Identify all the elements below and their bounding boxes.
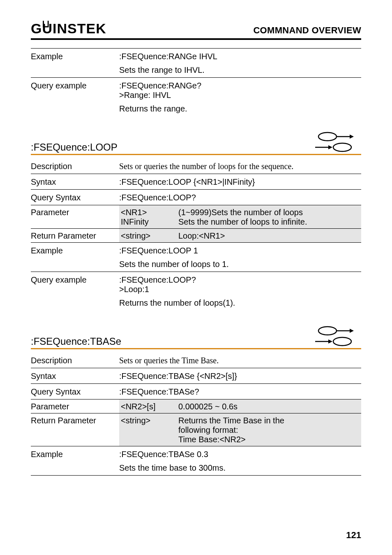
tbase-ret-val3: Time Base:<NR2>	[178, 435, 246, 444]
set-query-icon	[312, 132, 357, 152]
row-tbase-example: Example :FSEQuence:TBASe 0.3 Sets the ti…	[31, 446, 361, 475]
value-loop-desc: Sets or queries the number of loops for …	[119, 162, 361, 171]
label-tbase-qsyntax: Query Syntax	[31, 387, 119, 397]
svg-marker-8	[350, 329, 354, 333]
row-loop-desc: Description Sets or queries the number o…	[31, 158, 361, 174]
row-loop-qexample: Query example :FSEQuence:LOOP? >Loop:1 R…	[31, 272, 361, 310]
svg-point-11	[333, 337, 351, 346]
value-tbase-qsyntax: :FSEQuence:TBASe?	[119, 387, 361, 397]
value-tbase-desc: Sets or queries the Time Base.	[119, 356, 361, 365]
value-loop-return: <string> Loop:<NR1>	[119, 229, 361, 242]
label-loop-desc: Description	[31, 162, 119, 171]
example-desc: Sets the range to IHVL.	[119, 65, 361, 75]
page-number: 121	[346, 530, 361, 541]
label-loop-qsyntax: Query Syntax	[31, 193, 119, 202]
label-tbase-return: Return Parameter	[31, 413, 119, 446]
value-loop-syntax: :FSEQuence:LOOP {<NR1>|INFinity}	[119, 177, 361, 187]
loop-param-inf-key: INFinity	[121, 217, 166, 227]
row-loop-qsyntax: Query Syntax :FSEQuence:LOOP?	[31, 189, 361, 205]
loop-qe-desc: Returns the number of loops(1).	[119, 298, 361, 308]
svg-marker-4	[328, 145, 332, 149]
label-tbase-ex: Example	[31, 450, 119, 473]
section-loop-heading: :FSEQuence:LOOP	[31, 132, 361, 155]
row-tbase-syntax: Syntax :FSEQuence:TBASe {<NR2>[s]}	[31, 368, 361, 383]
example-command: :FSEQuence:RANGe IHVL	[119, 52, 361, 61]
section-tbase-heading: :FSEQuence:TBASe	[31, 326, 361, 349]
set-query-icon	[312, 326, 357, 346]
label-tbase-desc: Description	[31, 356, 119, 365]
label-example: Example	[31, 52, 119, 75]
tbase-param-val: 0.000025 ~ 0.6s	[178, 402, 238, 411]
loop-param-inf-val: Sets the number of loops to infinite.	[178, 217, 307, 227]
section-loop-title: :FSEQuence:LOOP	[31, 142, 118, 153]
value-tbase-param: <NR2>[s] 0.000025 ~ 0.6s	[119, 399, 361, 413]
row-loop-syntax: Syntax :FSEQuence:LOOP {<NR1>|INFinity}	[31, 174, 361, 189]
svg-point-6	[318, 327, 337, 335]
row-example: Example :FSEQuence:RANGe IHVL Sets the r…	[31, 48, 361, 77]
row-loop-example: Example :FSEQuence:LOOP 1 Sets the numbe…	[31, 242, 361, 272]
row-loop-param: Parameter <NR1> (1~9999)Sets the number …	[31, 205, 361, 228]
tbase-ex-desc: Sets the time base to 300ms.	[119, 463, 361, 473]
svg-marker-10	[328, 339, 332, 344]
value-query: :FSEQuence:RANGe? >Range: IHVL Returns t…	[119, 81, 361, 114]
page-header: GU⊔INSTEK COMMNAND OVERVIEW	[31, 21, 361, 40]
value-loop-ex: :FSEQuence:LOOP 1 Sets the number of loo…	[119, 246, 361, 269]
svg-point-0	[318, 132, 337, 141]
loop-ret-key: <string>	[121, 231, 166, 241]
loop-param-nr1-val: (1~9999)Sets the number of loops	[178, 208, 303, 217]
loop-ex-cmd: :FSEQuence:LOOP 1	[119, 246, 361, 255]
loop-ex-desc: Sets the number of loops to 1.	[119, 260, 361, 269]
page-title: COMMNAND OVERVIEW	[253, 25, 361, 36]
row-tbase-qsyntax: Query Syntax :FSEQuence:TBASe?	[31, 383, 361, 399]
row-tbase-param: Parameter <NR2>[s] 0.000025 ~ 0.6s	[31, 399, 361, 413]
loop-param-nr1-key: <NR1>	[121, 208, 166, 217]
tbase-ret-key: <string>	[121, 416, 166, 444]
value-loop-qsyntax: :FSEQuence:LOOP?	[119, 193, 361, 202]
row-loop-return: Return Parameter <string> Loop:<NR1>	[31, 228, 361, 242]
label-tbase-syntax: Syntax	[31, 372, 119, 381]
value-example: :FSEQuence:RANGe IHVL Sets the range to …	[119, 52, 361, 75]
query-desc: Returns the range.	[119, 104, 361, 114]
value-tbase-ex: :FSEQuence:TBASe 0.3 Sets the time base …	[119, 450, 361, 473]
value-tbase-syntax: :FSEQuence:TBASe {<NR2>[s]}	[119, 372, 361, 381]
row-tbase-desc: Description Sets or queries the Time Bas…	[31, 353, 361, 368]
value-loop-param: <NR1> (1~9999)Sets the number of loops I…	[119, 205, 361, 228]
loop-qe-resp: >Loop:1	[119, 285, 361, 294]
row-tbase-return: Return Parameter <string> Returns the Ti…	[31, 413, 361, 446]
query-response: >Range: IHVL	[119, 91, 361, 100]
loop-qe-cmd: :FSEQuence:LOOP?	[119, 275, 361, 285]
tbase-ret-val2: following format:	[178, 425, 238, 434]
value-loop-qe: :FSEQuence:LOOP? >Loop:1 Returns the num…	[119, 275, 361, 308]
label-loop-param: Parameter	[31, 205, 119, 228]
label-query: Query example	[31, 81, 119, 114]
label-loop-return: Return Parameter	[31, 229, 119, 242]
tbase-param-key: <NR2>[s]	[121, 402, 166, 411]
label-loop-ex: Example	[31, 246, 119, 269]
brand-logo: GU⊔INSTEK	[31, 21, 106, 37]
tbase-ex-cmd: :FSEQuence:TBASe 0.3	[119, 450, 361, 459]
query-command: :FSEQuence:RANGe?	[119, 81, 361, 91]
section-tbase-title: :FSEQuence:TBASe	[31, 336, 121, 347]
label-tbase-param: Parameter	[31, 399, 119, 413]
svg-marker-2	[350, 135, 354, 139]
row-query-example: Query example :FSEQuence:RANGe? >Range: …	[31, 77, 361, 116]
svg-point-5	[333, 143, 351, 151]
label-loop-qe: Query example	[31, 275, 119, 308]
tbase-ret-val1: Returns the Time Base in the	[178, 416, 284, 425]
loop-ret-val: Loop:<NR1>	[178, 231, 225, 241]
label-loop-syntax: Syntax	[31, 177, 119, 187]
value-tbase-return: <string> Returns the Time Base in the fo…	[119, 413, 361, 446]
